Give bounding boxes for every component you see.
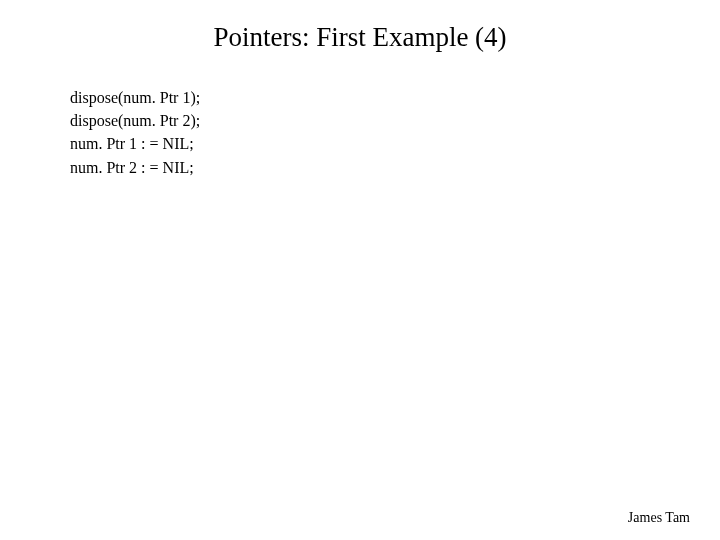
slide: Pointers: First Example (4) dispose(num.…	[0, 0, 720, 540]
code-line: dispose(num. Ptr 2);	[70, 109, 200, 132]
author-footer: James Tam	[628, 510, 690, 526]
code-block: dispose(num. Ptr 1); dispose(num. Ptr 2)…	[70, 86, 200, 179]
code-line: num. Ptr 1 : = NIL;	[70, 132, 200, 155]
slide-title: Pointers: First Example (4)	[0, 22, 720, 53]
code-line: dispose(num. Ptr 1);	[70, 86, 200, 109]
code-line: num. Ptr 2 : = NIL;	[70, 156, 200, 179]
